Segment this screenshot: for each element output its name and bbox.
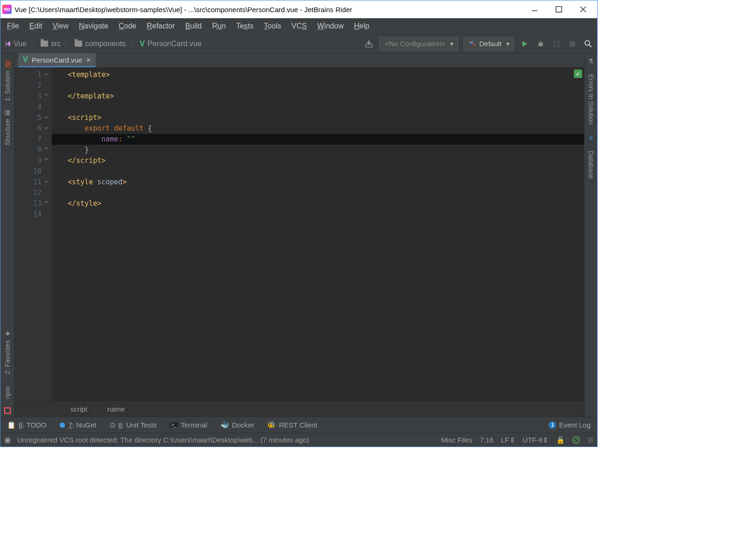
rail-database[interactable]: Database [585,147,597,182]
minimize-button[interactable] [528,3,541,16]
hammer-icon: ✕ [469,40,476,48]
fold-icon[interactable] [44,157,49,162]
fold-icon[interactable] [44,147,49,151]
terminal-icon: >_ [170,422,178,427]
menu-code[interactable]: Code [114,20,141,32]
svg-rect-14 [557,41,560,43]
svg-point-7 [538,42,543,47]
tw-event-log[interactable]: 1Event Log [549,421,591,429]
folder-icon [41,41,48,47]
window-titlebar: Vue [C:\Users\maart\Desktop\webstorm-sam… [0,0,597,18]
fold-icon[interactable] [44,114,49,119]
status-context[interactable]: Misc Files [441,436,472,444]
search-icon[interactable] [583,39,593,49]
tw-terminal[interactable]: >_Terminal [170,421,207,429]
crumb-project[interactable]: Vue [4,40,27,48]
close-button[interactable] [577,3,590,16]
vue-icon: V [140,40,145,48]
lock-icon[interactable]: 🔒 [556,436,565,444]
menu-edit[interactable]: Edit [25,20,47,32]
fold-icon[interactable] [44,179,49,183]
svg-rect-17 [570,41,575,47]
menu-view[interactable]: View [48,20,73,32]
rail-npm[interactable]: npm [2,383,13,403]
svg-point-18 [585,41,590,45]
right-tool-rail: ⚗ Errors In Solution ≡ Database [584,54,597,417]
fold-icon[interactable] [44,200,49,205]
stop-button[interactable] [567,39,578,49]
rail-structure[interactable]: Structure🏛 [2,105,13,149]
svg-rect-13 [553,41,556,43]
svg-rect-1 [556,7,562,12]
menu-run[interactable]: Run [207,20,230,32]
fold-icon[interactable] [44,93,49,98]
menu-build[interactable]: Build [181,20,207,32]
maximize-button[interactable] [552,3,565,16]
svg-line-11 [538,45,539,46]
crumb-components[interactable]: components [75,40,126,48]
menu-window[interactable]: Window [312,20,348,32]
star-icon: ★ [4,330,11,337]
chevron-right-icon: 〉 [30,40,37,48]
code-editor[interactable]: 123 456 789 101112 1314 ✔ <template> </t… [14,68,584,401]
menu-help[interactable]: Help [349,20,374,32]
rail-favorites[interactable]: 2: Favorites★ [2,326,13,378]
chevron-right-icon: 〉 [64,40,71,48]
editor-tab[interactable]: V PersonCard.vue ✕ [18,53,96,67]
svg-rect-15 [553,44,556,47]
crumb-file[interactable]: VPersonCard.vue [140,40,201,48]
fold-icon[interactable] [44,71,49,76]
menu-navigate[interactable]: Navigate [74,20,113,32]
tests-icon: ⊙ [110,421,116,429]
run-config-select[interactable]: <No Configuration> [380,37,458,50]
crumb-script[interactable]: script [70,405,87,413]
status-encoding[interactable]: UTF-8⇕ [523,436,549,444]
close-icon[interactable]: ✕ [86,56,91,63]
menu-refactor[interactable]: Refactor [142,20,179,32]
status-line-sep[interactable]: LF⇕ [501,436,515,444]
build-icon[interactable] [364,39,374,49]
status-caret-pos[interactable]: 7:16 [480,436,493,444]
tw-docker[interactable]: 🐳Docker [220,421,254,429]
database-icon[interactable]: ≡ [589,134,592,141]
coverage-icon[interactable] [551,39,562,49]
briefcase-icon: 💼 [4,60,11,68]
chevron-right-icon: 〉 [129,40,136,48]
rail-errors[interactable]: Errors In Solution [585,70,597,128]
nuget-icon: ⬢ [59,421,65,429]
svg-line-9 [538,43,539,44]
tw-unit-tests[interactable]: ⊙8: Unit Tests [110,421,157,429]
menu-tests[interactable]: Tests [232,20,258,32]
flask-icon[interactable]: ⚗ [588,57,594,65]
inspection-icon[interactable]: ✔ [572,436,580,444]
toggle-tool-windows-icon[interactable]: ▣ [4,436,11,444]
memory-icon[interactable]: ⊞ [587,436,593,444]
rest-icon: 🐝 [267,421,276,429]
menu-file[interactable]: File [2,20,24,32]
app-icon [2,5,12,14]
menu-vcs[interactable]: VCS [287,20,311,32]
notification-badge-icon: 1 [549,421,556,429]
svg-rect-4 [366,44,372,47]
bottom-tool-rail: 📋6: TODO ⬢7: NuGet ⊙8: Unit Tests >_Term… [0,417,597,433]
crumb-name[interactable]: name [107,405,125,413]
crumb-src[interactable]: src [41,40,61,48]
run-button[interactable] [520,39,530,49]
code-breadcrumb: script 〉 name [14,401,584,417]
left-tool-rail: 1: Solution💼 Structure🏛 2: Favorites★ np… [0,54,14,417]
svg-line-19 [589,45,592,47]
structure-icon: 🏛 [4,109,11,116]
tw-nuget[interactable]: ⬢7: NuGet [59,421,96,429]
svg-line-5 [472,43,475,46]
fold-icon[interactable] [44,125,49,130]
menu-tools[interactable]: Tools [259,20,286,32]
debug-button[interactable] [536,39,546,49]
svg-text:✕: ✕ [469,40,472,44]
tw-todo[interactable]: 📋6: TODO [7,421,46,429]
nav-toolbar: Vue 〉 src 〉 components 〉 VPersonCard.vue… [0,34,597,54]
rail-solution[interactable]: 1: Solution💼 [2,56,13,105]
tw-rest[interactable]: 🐝REST Client [267,421,317,429]
run-profile-select[interactable]: ✕ Default [464,37,514,50]
chevron-right-icon: 〉 [94,405,101,413]
status-message: Unregistered VCS root detected: The dire… [17,436,309,444]
